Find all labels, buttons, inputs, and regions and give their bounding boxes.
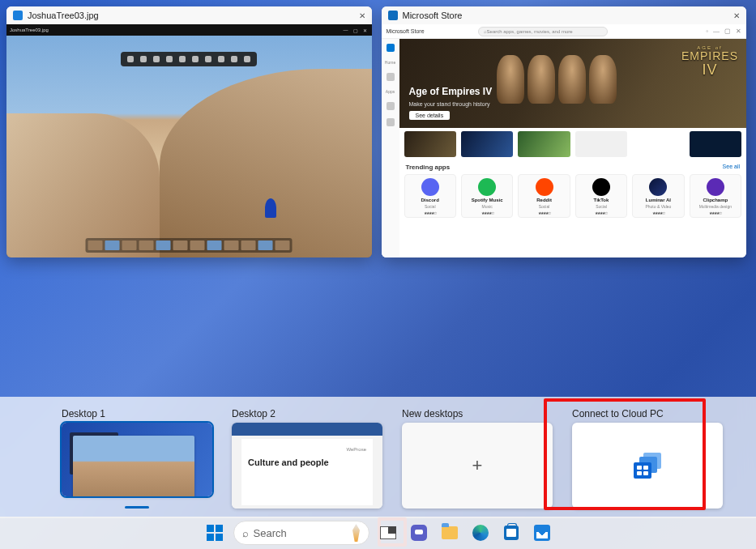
minimize-icon[interactable]: —	[713, 28, 720, 35]
edit-icon[interactable]	[179, 56, 186, 62]
minimize-icon[interactable]: —	[343, 27, 349, 33]
window-title: Microsoft Store	[403, 11, 463, 20]
app-tile-reddit[interactable]: Reddit Social ★★★★☆	[518, 174, 570, 218]
chat-button[interactable]	[407, 521, 431, 545]
luminar-icon	[649, 178, 667, 196]
cloud-pc-label: Connect to Cloud PC	[572, 408, 723, 419]
store-left-nav[interactable]: Home Apps	[382, 39, 399, 257]
draw-icon[interactable]	[192, 56, 199, 62]
hero-details-button[interactable]: See details	[409, 111, 451, 120]
store-app-icon	[388, 11, 398, 20]
maximize-icon[interactable]: ▢	[724, 28, 731, 35]
nav-label: Home	[385, 60, 395, 65]
hero-title: Age of Empires IV	[409, 86, 493, 97]
crop-icon[interactable]	[166, 56, 173, 62]
new-desktop-label: New desktops	[402, 408, 553, 419]
new-desktop-button[interactable]: +	[402, 423, 553, 509]
nav-apps-icon[interactable]	[387, 73, 395, 81]
zoom-out-icon[interactable]	[127, 56, 134, 62]
store-brand: Microsoft Store	[387, 28, 425, 34]
window-title: JoshuaTree03.jpg	[28, 11, 99, 20]
photos-preview: JoshuaTree03.jpg — ▢ ✕	[6, 24, 372, 257]
app-tile-luminar[interactable]: Luminar AI Photo & Video ★★★★☆	[632, 174, 684, 218]
more-icon[interactable]	[244, 56, 250, 62]
virtual-desktops-panel: Desktop 1 Desktop 2 WeProse Culture and …	[0, 397, 756, 518]
edge-icon	[472, 525, 489, 541]
cloud-pc-icon	[634, 453, 661, 479]
app-tile-discord[interactable]: Discord Social ★★★★☆	[404, 174, 456, 218]
share-icon[interactable]	[231, 56, 237, 62]
hero-carousel[interactable]	[399, 128, 747, 160]
store-hero[interactable]: AGE of EMPIRES IV Age of Empires IV Make…	[399, 39, 747, 128]
app-tile-spotify[interactable]: Spotify Music Music ★★★★☆	[461, 174, 513, 218]
close-icon[interactable]: ✕	[736, 28, 741, 35]
window-header: Microsoft Store ✕	[382, 6, 747, 24]
close-icon[interactable]: ✕	[362, 27, 369, 33]
cloud-pc-button[interactable]	[572, 423, 723, 509]
file-explorer-button[interactable]	[438, 521, 462, 545]
carousel-slide[interactable]	[575, 131, 627, 157]
close-icon[interactable]: ✕	[733, 11, 740, 20]
taskbar-search[interactable]: ⌕ Search	[233, 521, 369, 545]
start-button[interactable]	[203, 521, 227, 545]
carousel-slide[interactable]	[690, 131, 741, 157]
photos-inner-titlebar: JoshuaTree03.jpg — ▢ ✕	[6, 24, 372, 36]
taskbar: ⌕ Search	[0, 517, 756, 549]
store-top-bar: Microsoft Store ⌕ Search apps, games, mo…	[382, 24, 747, 39]
plus-icon: +	[472, 455, 483, 476]
desktop-label: Desktop 1	[62, 408, 212, 419]
window-store[interactable]: Microsoft Store ✕ Microsoft Store ⌕ Sear…	[382, 6, 747, 257]
close-icon[interactable]: ✕	[359, 11, 365, 20]
search-placeholder: Search	[254, 527, 287, 539]
desktop-thumbnail[interactable]: WeProse Culture and people	[232, 423, 382, 509]
search-icon: ⌕	[242, 527, 249, 539]
active-indicator	[125, 506, 149, 509]
nav-movies-icon[interactable]	[387, 118, 395, 126]
info-icon[interactable]	[218, 56, 224, 62]
trending-apps-row: Discord Social ★★★★☆ Spotify Music Music…	[399, 171, 747, 221]
carousel-slide[interactable]	[518, 131, 570, 157]
window-header: JoshuaTree03.jpg ✕	[6, 6, 372, 24]
photo-viewport	[6, 36, 372, 257]
store-search-input[interactable]: ⌕ Search apps, games, movies, and more	[478, 27, 608, 36]
desktop-thumbnail[interactable]	[62, 423, 212, 496]
desktop-1[interactable]: Desktop 1	[62, 408, 212, 509]
spotify-icon	[478, 178, 496, 196]
nav-home-icon[interactable]	[387, 44, 395, 52]
photos-toolbar[interactable]	[121, 52, 257, 66]
photos-filmstrip[interactable]	[86, 238, 293, 253]
chat-icon	[411, 525, 427, 541]
file-explorer-icon	[442, 526, 458, 539]
carousel-slide[interactable]	[632, 131, 684, 157]
photos-button[interactable]	[530, 521, 554, 545]
task-view-button[interactable]	[376, 521, 400, 545]
favorite-icon[interactable]	[205, 56, 211, 62]
store-button[interactable]	[499, 521, 523, 545]
photos-icon	[534, 525, 550, 541]
section-title: Trending apps	[406, 164, 451, 171]
desktop-2[interactable]: Desktop 2 WeProse Culture and people	[232, 408, 382, 509]
window-photos[interactable]: JoshuaTree03.jpg ✕ JoshuaTree03.jpg — ▢ …	[6, 6, 372, 257]
photos-inner-title: JoshuaTree03.jpg	[10, 28, 49, 32]
rotate-icon[interactable]	[153, 56, 160, 62]
account-icon[interactable]: ◦	[706, 28, 708, 35]
see-all-link[interactable]: See all	[723, 164, 740, 171]
new-desktop[interactable]: New desktops +	[402, 408, 553, 509]
store-icon	[504, 526, 519, 540]
edge-button[interactable]	[468, 521, 493, 545]
zoom-in-icon[interactable]	[140, 56, 147, 62]
app-tile-tiktok[interactable]: TikTok Social ★★★★☆	[575, 174, 627, 218]
bing-icon	[349, 524, 364, 542]
maximize-icon[interactable]: ▢	[352, 27, 359, 33]
store-preview: Microsoft Store ⌕ Search apps, games, mo…	[382, 24, 747, 257]
doc-heading: Culture and people	[248, 458, 329, 467]
clipchamp-icon	[707, 178, 724, 196]
reddit-icon	[536, 178, 553, 196]
task-view-icon	[380, 526, 396, 539]
nav-gaming-icon[interactable]	[387, 102, 395, 110]
nav-label: Apps	[386, 89, 395, 94]
connect-cloud-pc[interactable]: Connect to Cloud PC	[572, 408, 723, 509]
carousel-slide[interactable]	[461, 131, 513, 157]
carousel-slide[interactable]	[404, 131, 456, 157]
app-tile-clipchamp[interactable]: Clipchamp Multimedia design ★★★★☆	[690, 174, 741, 218]
